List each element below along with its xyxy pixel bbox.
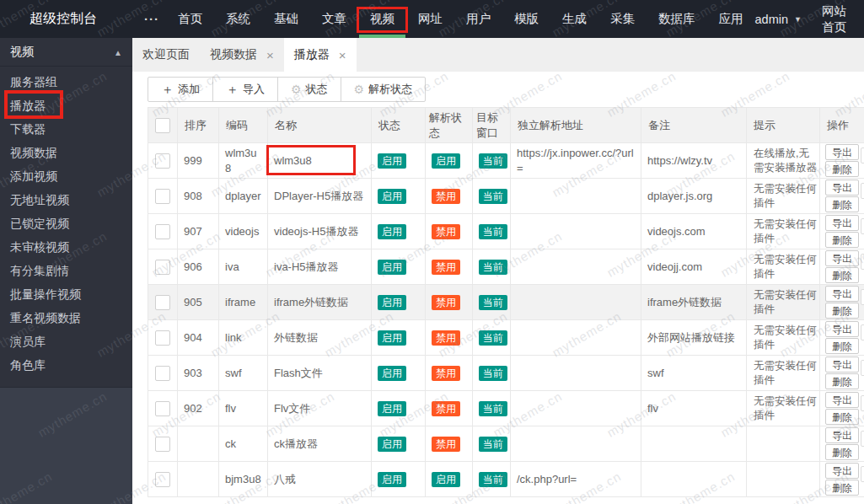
- collapse-arrow-icon[interactable]: ▲: [114, 39, 122, 67]
- topnav-item[interactable]: 视频: [358, 0, 406, 38]
- sidebar-item[interactable]: 角色库: [0, 353, 132, 377]
- export-button[interactable]: 导出: [825, 463, 859, 479]
- topnav-item[interactable]: 数据库: [647, 0, 707, 38]
- add-button[interactable]: ＋添加: [148, 77, 213, 102]
- clipped-action-button[interactable]: [861, 395, 864, 411]
- delete-button[interactable]: 删除: [825, 373, 859, 389]
- import-button[interactable]: ＋导入: [212, 77, 278, 102]
- delete-button[interactable]: 删除: [825, 232, 859, 248]
- topnav-item[interactable]: 首页: [166, 0, 214, 38]
- tab[interactable]: 视频数据×: [200, 38, 284, 72]
- row-checkbox[interactable]: [155, 401, 170, 416]
- export-button[interactable]: 导出: [825, 250, 859, 266]
- clipped-action-button[interactable]: [861, 466, 864, 482]
- clipped-action-button[interactable]: [861, 218, 864, 234]
- delete-button[interactable]: 删除: [825, 338, 859, 354]
- delete-button[interactable]: 删除: [825, 303, 859, 319]
- status-cell: 启用: [372, 391, 426, 426]
- status-cell: 启用: [372, 179, 426, 214]
- clipped-action-button[interactable]: [861, 254, 864, 270]
- target-window-cell: 当前: [473, 391, 511, 426]
- topnav-item[interactable]: 基础: [262, 0, 310, 38]
- delete-button[interactable]: 删除: [825, 267, 859, 283]
- delete-button[interactable]: 删除: [825, 409, 859, 425]
- topnav-item-label: 文章: [322, 11, 346, 27]
- delete-button[interactable]: 删除: [825, 480, 859, 496]
- clipped-action-button[interactable]: [861, 431, 864, 447]
- sidebar-item[interactable]: 无地址视频: [0, 188, 132, 212]
- row-checkbox[interactable]: [155, 472, 170, 487]
- topnav-item[interactable]: 系统: [214, 0, 262, 38]
- clipped-action-button[interactable]: [861, 147, 864, 164]
- sidebar-item[interactable]: 视频数据: [0, 141, 132, 164]
- parse-status-cell: 启用: [426, 462, 473, 497]
- sidebar-item[interactable]: 演员库: [0, 330, 132, 353]
- tab[interactable]: 播放器×: [284, 38, 357, 72]
- sort-cell: 904: [178, 320, 219, 356]
- sidebar-item[interactable]: 添加视频: [0, 164, 132, 188]
- row-checkbox[interactable]: [155, 295, 170, 310]
- target-window-cell: 当前: [473, 462, 511, 497]
- actions-cell: 导出删除: [820, 285, 864, 320]
- delete-button[interactable]: 删除: [825, 444, 859, 460]
- row-checkbox[interactable]: [155, 330, 170, 346]
- clipped-action-button[interactable]: [861, 183, 864, 199]
- export-button[interactable]: 导出: [825, 215, 859, 231]
- topnav-item[interactable]: 模版: [502, 0, 550, 38]
- close-icon[interactable]: ×: [266, 49, 274, 62]
- sidebar-item-label: 无地址视频: [10, 193, 69, 206]
- sidebar-item[interactable]: 下载器: [0, 117, 132, 141]
- more-menu-icon[interactable]: ···: [144, 12, 159, 26]
- status-badge: 启用: [378, 153, 406, 169]
- export-button[interactable]: 导出: [825, 144, 859, 160]
- row-checkbox[interactable]: [155, 153, 170, 169]
- delete-button[interactable]: 删除: [825, 196, 859, 212]
- export-button[interactable]: 导出: [825, 286, 859, 302]
- sort-cell: 907: [178, 214, 219, 249]
- player-name: 外链数据: [274, 331, 318, 344]
- close-icon[interactable]: ×: [339, 49, 346, 62]
- export-button[interactable]: 导出: [825, 427, 859, 443]
- status-badge: 当前: [479, 153, 507, 169]
- parse-status-cell: 禁用: [426, 391, 473, 426]
- export-button[interactable]: 导出: [825, 180, 859, 196]
- row-checkbox[interactable]: [155, 260, 170, 275]
- user-dropdown[interactable]: admin ▼: [755, 13, 802, 26]
- target-window-cell: 当前: [473, 320, 511, 356]
- delete-button[interactable]: 删除: [825, 161, 859, 177]
- topnav-item[interactable]: 生成: [550, 0, 598, 38]
- site-home-link[interactable]: 网站首页: [822, 3, 852, 35]
- parse-url-cell: [511, 391, 641, 426]
- batch-gear-button[interactable]: ⚙状态: [277, 77, 341, 102]
- row-checkbox[interactable]: [155, 189, 170, 204]
- sidebar-group-video[interactable]: 视频 ▲: [0, 38, 132, 67]
- status-badge: 当前: [479, 366, 507, 381]
- sidebar-item[interactable]: 有分集剧情: [0, 259, 132, 282]
- topnav-item[interactable]: 采集: [598, 0, 647, 38]
- tab[interactable]: 欢迎页面: [132, 38, 200, 72]
- row-checkbox[interactable]: [155, 437, 170, 452]
- sidebar-item[interactable]: 播放器: [0, 94, 132, 117]
- topnav-item[interactable]: 网址: [406, 0, 454, 38]
- table-row: bjm3u8八戒启用启用当前/ck.php?url=导出删除: [148, 462, 864, 497]
- sidebar-item[interactable]: 批量操作视频: [0, 282, 132, 306]
- topnav-item[interactable]: 用户: [454, 0, 502, 38]
- clipped-action-button[interactable]: [861, 360, 864, 376]
- select-all-checkbox[interactable]: [155, 118, 170, 133]
- topnav-item[interactable]: 文章: [310, 0, 358, 38]
- clipped-action-button[interactable]: [861, 324, 864, 340]
- row-checkbox[interactable]: [155, 366, 170, 381]
- sidebar: 视频 ▲ 服务器组播放器下载器视频数据添加视频无地址视频已锁定视频未审核视频有分…: [0, 38, 132, 504]
- parse-url-cell: [511, 320, 641, 356]
- topnav-item[interactable]: 应用: [707, 0, 755, 38]
- sidebar-item[interactable]: 重名视频数据: [0, 306, 132, 330]
- sidebar-item[interactable]: 未审核视频: [0, 235, 132, 259]
- export-button[interactable]: 导出: [825, 357, 859, 373]
- batch-gear-button[interactable]: ⚙解析状态: [341, 77, 427, 102]
- sidebar-item[interactable]: 已锁定视频: [0, 212, 132, 235]
- row-checkbox[interactable]: [155, 224, 170, 239]
- clipped-action-button[interactable]: [861, 289, 864, 305]
- export-button[interactable]: 导出: [825, 321, 859, 337]
- note-cell: [641, 462, 747, 497]
- export-button[interactable]: 导出: [825, 392, 859, 408]
